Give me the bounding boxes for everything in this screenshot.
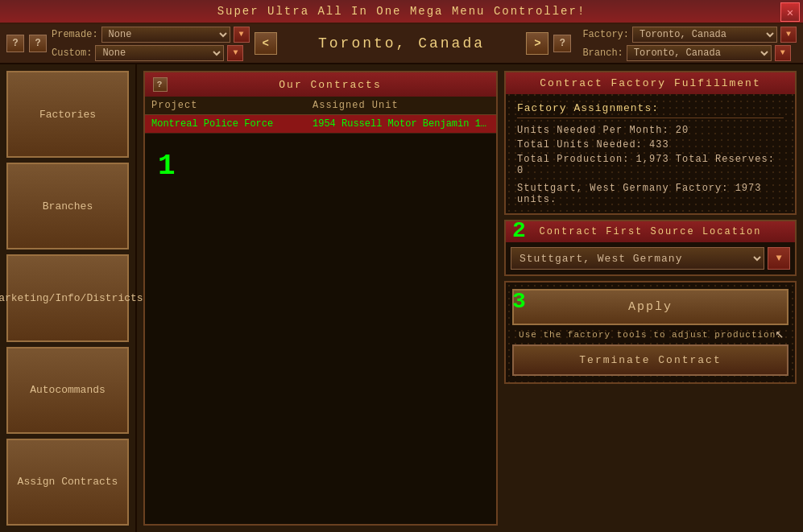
source-header: 2 Contract First Source Location (506, 221, 795, 242)
help-button-3[interactable]: ? (553, 35, 571, 52)
table-row[interactable]: Montreal Police Force 1954 Russell Motor… (145, 115, 496, 134)
premade-dropdown[interactable]: None (101, 27, 230, 43)
main-layout: Factories Branches Marketing/Info/Distri… (0, 64, 803, 532)
step-2-label: 2 (512, 218, 528, 243)
custom-label: Custom: (52, 47, 92, 59)
factory-label: Factory: (582, 29, 629, 40)
sidebar-item-branches[interactable]: Branches (6, 163, 129, 250)
apply-note: Use the factory tools to adjust producti… (519, 330, 782, 340)
col-assigned-unit: Assigned Unit (313, 100, 490, 111)
factory-dropdown[interactable]: Toronto, Canada (632, 27, 777, 43)
factory-assignments: Factory Assignments: Units Needed Per Mo… (506, 94, 795, 213)
contracts-panel-title: Our Contracts (172, 79, 488, 91)
units-per-month: Units Needed Per Month: 20 (517, 125, 784, 136)
premade-custom-dropdowns: Premade: None ▼ Custom: None ▼ (52, 27, 250, 61)
contracts-body: Project Assigned Unit Montreal Police Fo… (145, 97, 496, 524)
contracts-panel-header: ? Our Contracts (145, 72, 496, 97)
factory-branch-controls: Factory: Toronto, Canada ▼ Branch: Toron… (582, 27, 797, 61)
col-project: Project (151, 100, 313, 111)
terminate-contract-button[interactable]: Terminate Contract (512, 344, 789, 376)
premade-dropdown-arrow[interactable]: ▼ (234, 27, 250, 43)
branch-dropdown-arrow[interactable]: ▼ (775, 45, 791, 61)
nav-next-button[interactable]: > (526, 32, 548, 55)
help-button-2[interactable]: ? (29, 35, 47, 52)
branch-dropdown[interactable]: Toronto, Canada (627, 45, 772, 61)
apply-button[interactable]: Apply (512, 289, 789, 325)
custom-dropdown[interactable]: None (95, 45, 224, 61)
premade-label: Premade: (52, 29, 98, 40)
source-dropdown-arrow[interactable]: ▼ (768, 247, 790, 270)
help-button-1[interactable]: ? (6, 35, 24, 52)
contracts-panel: ? Our Contracts Project Assigned Unit Mo… (143, 71, 498, 526)
contracts-help-button[interactable]: ? (153, 77, 168, 92)
fulfillment-header: Contract Factory Fulfillment (506, 72, 795, 94)
branch-label: Branch: (582, 47, 623, 59)
custom-dropdown-arrow[interactable]: ▼ (227, 45, 243, 61)
close-button[interactable]: ✕ (780, 2, 800, 22)
fulfillment-panel: Contract Factory Fulfillment Factory Ass… (504, 71, 797, 215)
sidebar-item-assign-contracts[interactable]: Assign Contracts (6, 439, 129, 526)
step-3-label: 3 (512, 289, 526, 314)
contracts-table-header: Project Assigned Unit (145, 97, 496, 115)
content-area: ? Our Contracts Project Assigned Unit Mo… (137, 64, 803, 532)
assigned-unit: 1954 Russell Motor Benjamin 185 (313, 118, 490, 130)
source-panel: 2 Contract First Source Location Stuttga… (504, 220, 797, 276)
sidebar-item-marketing[interactable]: Marketing/Info/Districts (6, 254, 129, 341)
title-bar: Super Ultra All In One Mega Menu Control… (0, 0, 803, 24)
total-production: Total Production: 1,973 Total Reserves: … (517, 154, 784, 176)
source-header-title: Contract First Source Location (539, 226, 761, 237)
sidebar-item-autocommands[interactable]: Autocommands (6, 347, 129, 434)
top-bar: ? ? Premade: None ▼ Custom: None ▼ < Tor… (0, 24, 803, 64)
apply-section: 3 Apply Use the factory tools to adjust … (504, 281, 797, 384)
step-1-label: 1 (145, 134, 496, 199)
total-units: Total Units Needed: 433 (517, 139, 784, 151)
app-title: Super Ultra All In One Mega Menu Control… (217, 5, 586, 18)
factory-location: Stuttgart, West Germany Factory: 1973 un… (517, 183, 784, 205)
sidebar-item-factories[interactable]: Factories (6, 71, 129, 158)
source-location-dropdown[interactable]: Stuttgart, West Germany (511, 247, 764, 270)
city-name-display: Toronto, Canada (282, 35, 522, 52)
main-right-panel: Contract Factory Fulfillment Factory Ass… (504, 71, 797, 526)
factory-dropdown-arrow[interactable]: ▼ (780, 27, 797, 43)
source-row: Stuttgart, West Germany ▼ (506, 242, 795, 274)
sidebar: Factories Branches Marketing/Info/Distri… (0, 64, 137, 532)
nav-prev-button[interactable]: < (255, 32, 277, 55)
factory-assignments-title: Factory Assignments: (517, 102, 784, 118)
project-name: Montreal Police Force (151, 118, 313, 130)
cursor-icon: ↖ (775, 324, 784, 342)
